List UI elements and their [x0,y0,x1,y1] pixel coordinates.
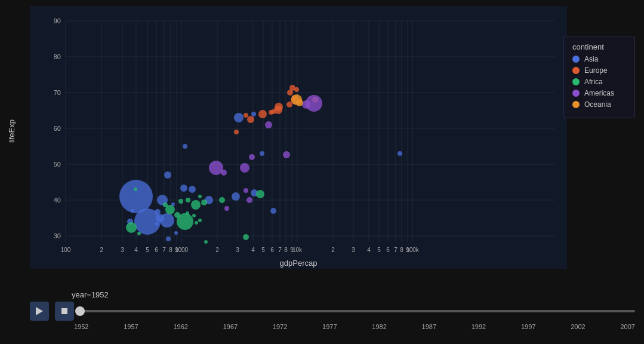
bubble-mexico [240,163,249,173]
bubble-argentina [265,121,272,128]
svg-text:7: 7 [162,247,166,253]
bubble-angola [243,234,249,240]
timeline-slider[interactable] [80,305,635,317]
bubble-bolivia [224,206,229,211]
svg-text:7: 7 [394,247,398,253]
svg-text:100: 100 [61,247,71,253]
legend-item-europe: Europe [572,66,626,75]
legend-item-americas: Americas [572,89,626,97]
bubble-chile [249,154,255,160]
oceania-color-dot [572,101,580,108]
bubble-thailand [164,171,171,179]
legend-label-americas: Americas [584,89,614,97]
y-axis-label: lifeExp [7,119,16,143]
svg-text:1000: 1000 [175,247,189,253]
bubble-nepal [155,222,159,226]
svg-text:5: 5 [261,247,265,253]
bubble-belgium [286,102,292,108]
year-ticks: 1952 1957 1962 1967 1972 1977 1982 1987 … [74,323,635,330]
svg-text:100k: 100k [406,247,420,253]
legend-item-asia: Asia [572,55,626,63]
europe-color-dot [572,67,580,74]
play-button[interactable] [30,302,49,321]
bubble-ecuador [244,188,248,193]
bubble-madagascar [195,221,198,225]
bubble-peru [246,197,252,203]
americas-color-dot [572,90,580,97]
svg-rect-73 [61,308,67,314]
bubble-newzealand [296,99,303,106]
bubble-libya [204,240,208,244]
africa-color-dot [572,78,580,85]
bubble-uganda [186,211,189,215]
svg-text:5: 5 [146,247,149,253]
svg-text:4: 4 [251,247,255,253]
svg-text:8: 8 [169,247,172,253]
tick-1987: 1987 [422,323,436,330]
svg-text:6: 6 [270,247,274,253]
bubble-canada [302,100,310,109]
slider-thumb[interactable] [75,306,85,316]
svg-text:60: 60 [54,125,61,132]
bubble-china [119,180,153,213]
bubble-bangladesh [156,214,164,222]
bubble-cameroon [192,214,196,217]
svg-text:7: 7 [278,247,282,253]
bubble-korea [180,185,187,192]
svg-text:40: 40 [54,196,61,204]
bubble-mozambique [137,232,141,235]
play-icon [36,307,43,315]
bubble-israel [251,112,256,116]
bubble-yemen [174,231,178,235]
bubble-greece [244,113,248,118]
tick-1972: 1972 [273,323,287,330]
bubble-sudan [174,212,180,218]
svg-text:2: 2 [100,247,103,253]
legend-label-africa: Africa [584,78,603,86]
bubble-norway [294,87,299,92]
bubble-kenya [178,199,183,204]
legend-item-oceania: Oceania [572,100,626,109]
bubble-philippines [189,186,196,193]
svg-text:3: 3 [236,247,239,253]
bubble-tanzania [163,202,168,207]
svg-text:2: 2 [331,247,335,253]
bubble-japan [234,113,244,122]
legend-label-oceania: Oceania [584,100,611,109]
bubble-tunisia [198,195,202,198]
svg-text:gdpPercap: gdpPercap [280,259,318,268]
svg-rect-0 [30,6,567,269]
controls: year=1952 1952 1957 1962 [30,290,635,338]
bubble-austria [269,110,273,115]
legend: continent Asia Europe Africa Americas Oc… [563,36,635,118]
tick-2007: 2007 [620,323,634,330]
bubble-srilanka [183,144,187,149]
chart-svg: 90 80 70 60 50 40 30 100 2 3 4 5 6 7 8 9… [30,6,567,269]
year-label: year=1952 [72,290,635,299]
bubble-zimbabwe [134,188,137,191]
tick-2002: 2002 [571,323,585,330]
svg-text:3: 3 [352,247,355,253]
bubble-southafrica [256,190,264,198]
svg-text:30: 30 [54,232,61,239]
bubble-morocco [201,199,207,205]
svg-text:5: 5 [377,247,381,253]
legend-item-africa: Africa [572,78,626,86]
tick-1957: 1957 [124,323,138,330]
svg-text:4: 4 [367,247,371,253]
tick-1982: 1982 [372,323,386,330]
svg-text:8: 8 [400,247,403,253]
bubble-egypt [191,200,201,210]
playbar-row [30,302,635,321]
svg-text:6: 6 [386,247,390,253]
legend-label-europe: Europe [584,66,608,75]
svg-marker-72 [36,307,43,315]
svg-text:70: 70 [54,89,61,96]
stop-button[interactable] [55,302,74,321]
tick-1962: 1962 [173,323,187,330]
svg-text:80: 80 [54,53,61,60]
tick-1992: 1992 [472,323,486,330]
bubble-vietnam [155,209,161,215]
svg-text:8: 8 [284,247,288,253]
svg-text:90: 90 [54,17,61,24]
